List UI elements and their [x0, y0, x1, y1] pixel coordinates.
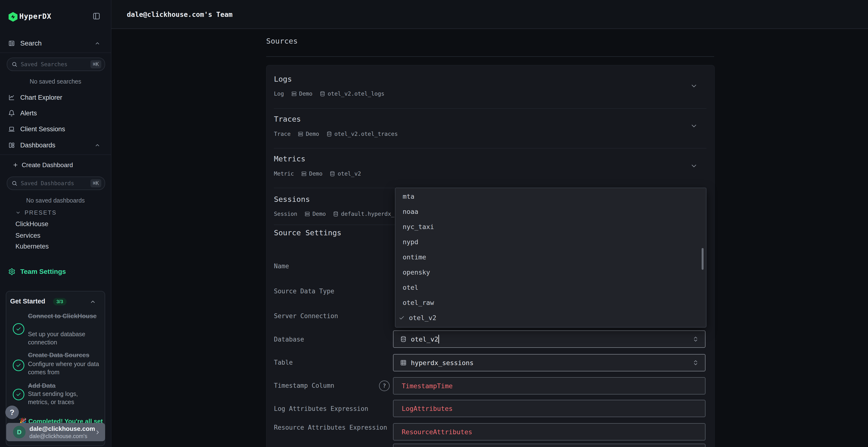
- page-title: Sources: [266, 37, 298, 45]
- get-started-badge: 3/3: [53, 298, 66, 305]
- timestamp-column-input[interactable]: TimestampTime: [393, 377, 706, 394]
- source-section-title: Logs: [274, 75, 292, 83]
- preset-services[interactable]: Services: [16, 232, 40, 239]
- dropdown-option-otel-raw[interactable]: otel_raw: [396, 295, 706, 310]
- chevron-up-icon: [94, 142, 100, 148]
- create-dashboard-button[interactable]: Create Dashboard: [0, 158, 111, 172]
- source-data-type-label: Source Data Type: [274, 287, 387, 296]
- app-title: HyperDX: [19, 12, 51, 21]
- table-icon: [400, 359, 406, 366]
- timestamp-column-value: TimestampTime: [402, 382, 453, 390]
- get-started-title: Get Started: [10, 298, 45, 305]
- source-meta-row: Trace Demo otel_v2.otel_traces: [274, 130, 398, 138]
- sidebar-item-label: Chart Explorer: [20, 94, 62, 101]
- divider: [274, 148, 707, 148]
- preset-kubernetes[interactable]: Kubernetes: [16, 243, 49, 250]
- check-circle-icon: [13, 323, 24, 335]
- source-table: otel_v2.otel_logs: [328, 91, 384, 97]
- saved-searches-input[interactable]: [20, 61, 77, 68]
- get-started-item-desc: Configure where your data comes from: [28, 360, 100, 376]
- check-circle-icon: [13, 389, 24, 400]
- source-section-title: Metrics: [274, 154, 306, 163]
- sidebar-item-alerts[interactable]: Alerts: [0, 106, 111, 120]
- source-table: default.hyperdx_s: [341, 211, 398, 217]
- team-settings-label: Team Settings: [20, 268, 66, 276]
- resource-attributes-label: Resource Attributes Expression: [274, 423, 387, 432]
- server-icon: [298, 131, 303, 137]
- source-connection: Demo: [299, 91, 312, 97]
- database-dropdown: mta noaa nyc_taxi nypd ontime opensky ot…: [395, 187, 707, 328]
- no-saved-searches-text: No saved searches: [0, 78, 111, 85]
- create-dashboard-label: Create Dashboard: [22, 161, 73, 169]
- table-label: Table: [274, 358, 387, 367]
- sidebar-item-label: Alerts: [20, 110, 37, 117]
- chevron-up-icon: [94, 40, 100, 46]
- help-button[interactable]: ?: [5, 406, 19, 419]
- presets-toggle[interactable]: PRESETS: [0, 207, 111, 219]
- source-meta-row: Metric Demo otel_v2: [274, 170, 361, 178]
- chevron-up-icon[interactable]: [90, 299, 96, 305]
- dropdown-option-otel-v2[interactable]: otel_v2: [396, 310, 706, 325]
- text-cursor: [438, 335, 439, 343]
- server-connection-label: Server Connection: [274, 312, 387, 320]
- next-input-partial[interactable]: [393, 444, 706, 447]
- dropdown-option-otel[interactable]: otel: [396, 280, 706, 295]
- sidebar-section-search[interactable]: Search: [0, 37, 111, 50]
- laptop-icon: [8, 126, 15, 133]
- sidebar-item-chart-explorer[interactable]: Chart Explorer: [0, 91, 111, 104]
- hyperdx-logo-icon: [8, 12, 18, 22]
- database-label: Database: [274, 335, 387, 344]
- preset-clickhouse[interactable]: ClickHouse: [16, 220, 49, 228]
- dropdown-option-nyc-taxi[interactable]: nyc_taxi: [396, 219, 706, 234]
- source-meta-row: Log Demo otel_v2.otel_logs: [274, 90, 384, 98]
- top-bar: dale@clickhouse.com's Team: [111, 0, 868, 29]
- search-icon: [11, 61, 18, 67]
- unfold-icon: [692, 359, 699, 366]
- divider: [274, 108, 707, 109]
- sidebar-item-team-settings[interactable]: Team Settings: [0, 265, 111, 278]
- help-circle-icon[interactable]: ?: [379, 381, 390, 391]
- resource-attributes-input[interactable]: ResourceAttributes: [393, 423, 706, 441]
- dropdown-scrollbar[interactable]: [702, 248, 704, 270]
- source-table: otel_v2.otel_traces: [334, 131, 398, 137]
- saved-dashboards-input[interactable]: [20, 180, 77, 187]
- server-icon: [301, 171, 307, 176]
- sidebar-item-dashboards[interactable]: Dashboards: [0, 138, 111, 152]
- server-icon: [305, 211, 310, 217]
- database-icon: [327, 131, 332, 137]
- database-icon: [400, 336, 406, 342]
- saved-searches-search[interactable]: ⌘K: [7, 58, 105, 71]
- chevron-down-icon[interactable]: [690, 122, 698, 130]
- presets-label: PRESETS: [25, 209, 57, 216]
- source-type: Session: [274, 211, 297, 217]
- source-section-title: Sessions: [274, 195, 310, 204]
- name-label: Name: [274, 262, 387, 271]
- user-name: dale@clickhouse.com: [29, 425, 95, 433]
- dropdown-option-noaa[interactable]: noaa: [396, 204, 706, 219]
- sidebar-collapse-button[interactable]: [92, 12, 101, 20]
- avatar: D: [13, 426, 26, 438]
- sidebar-item-client-sessions[interactable]: Client Sessions: [0, 122, 111, 136]
- log-attributes-label: Log Attributes Expression: [274, 404, 387, 413]
- user-menu[interactable]: D dale@clickhouse.com dale@clickhouse.co…: [6, 423, 105, 441]
- dropdown-option-ontime[interactable]: ontime: [396, 249, 706, 265]
- chevron-down-icon[interactable]: [690, 82, 698, 90]
- database-icon: [333, 211, 339, 217]
- table-value: hyperdx_sessions: [411, 359, 473, 367]
- dropdown-option-mta[interactable]: mta: [396, 189, 706, 204]
- source-type: Trace: [274, 131, 290, 137]
- database-select[interactable]: otel_v2: [393, 331, 706, 348]
- chevron-down-icon[interactable]: [690, 162, 698, 170]
- database-icon: [320, 91, 325, 97]
- source-connection: Demo: [309, 171, 322, 177]
- check-icon: [399, 315, 405, 321]
- saved-dashboards-search[interactable]: ⌘K: [7, 176, 105, 190]
- get-started-item-title: Add Data: [28, 381, 100, 390]
- dropdown-option-opensky[interactable]: opensky: [396, 265, 706, 280]
- log-attributes-input[interactable]: LogAttributes: [393, 400, 706, 417]
- source-settings-title: Source Settings: [274, 228, 341, 237]
- sidebar-search-label: Search: [20, 39, 42, 47]
- chart-explorer-icon: [8, 94, 15, 101]
- table-select[interactable]: hyperdx_sessions: [393, 354, 706, 371]
- dropdown-option-nypd[interactable]: nypd: [396, 234, 706, 249]
